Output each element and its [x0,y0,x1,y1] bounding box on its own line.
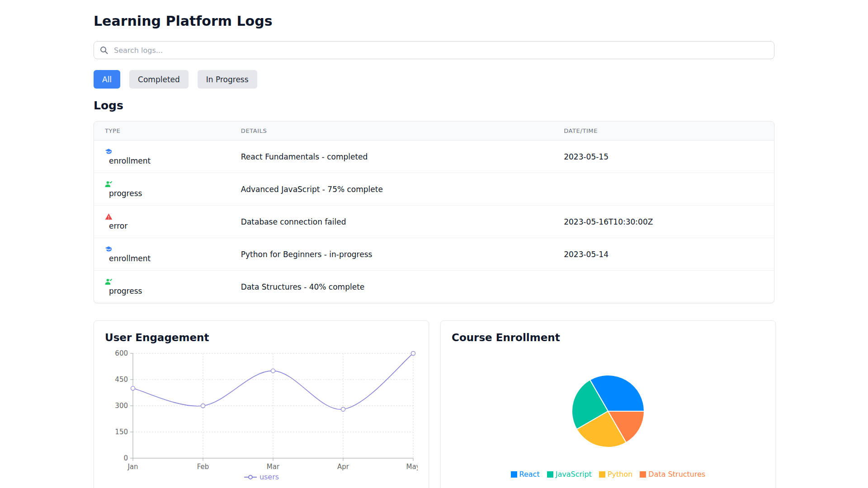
filter-button-all[interactable]: All [94,70,120,89]
log-type-label: progress [105,189,142,198]
log-datetime-cell: 2023-05-14 [553,238,774,271]
table-row: enrollmentReact Fundamentals - completed… [94,141,774,173]
table-row: errorDatabase connection failed2023-05-1… [94,206,774,238]
log-datetime-cell [553,271,774,303]
log-datetime-cell [553,173,774,206]
legend-swatch-icon [640,471,646,478]
table-row: progressAdvanced JavaScript - 75% comple… [94,173,774,206]
logs-heading: Logs [94,99,774,112]
legend-item-data-structures: Data Structures [640,470,705,479]
legend-item-javascript: JavaScript [547,470,592,479]
graduation-cap-icon [105,245,113,253]
svg-text:600: 600 [115,349,128,357]
page-title: Learning Platform Logs [94,13,774,29]
user-engagement-title: User Engagement [105,332,418,343]
user-engagement-line-chart: 0150300450600JanFebMarAprMay [105,348,418,471]
column-header-type: TYPE [94,122,230,141]
line-chart-legend: users [105,473,418,481]
filter-button-in-progress[interactable]: In Progress [198,70,257,89]
column-header-datetime: DATE/TIME [553,122,774,141]
log-type-cell: error [94,206,230,238]
log-details-cell: Advanced JavaScript - 75% complete [230,173,553,206]
column-header-details: DETAILS [230,122,553,141]
line-series-icon [244,474,257,480]
filter-buttons: AllCompletedIn Progress [94,70,774,89]
user-check-icon [105,278,113,286]
graduation-cap-icon [105,148,113,155]
legend-swatch-icon [511,471,517,478]
log-datetime-cell: 2023-05-16T10:30:00Z [553,206,774,238]
svg-text:May: May [406,463,418,471]
legend-item-users: users [244,473,279,481]
log-type-label: enrollment [105,254,151,263]
svg-text:Feb: Feb [197,463,209,471]
log-type-cell: enrollment [94,238,230,271]
log-details-cell: Database connection failed [230,206,553,238]
log-type-cell: enrollment [94,141,230,173]
filter-button-completed[interactable]: Completed [129,70,189,89]
log-type-cell: progress [94,173,230,206]
user-engagement-card: User Engagement 0150300450600JanFebMarAp… [94,320,429,488]
log-type-label: error [105,221,127,230]
svg-text:150: 150 [115,428,128,436]
alert-triangle-icon [105,213,113,221]
legend-swatch-icon [599,471,605,478]
svg-text:Jan: Jan [127,463,138,471]
page-content: Learning Platform Logs AllCompletedIn Pr… [94,0,774,488]
logs-table: TYPE DETAILS DATE/TIME enrollmentReact F… [94,122,774,303]
table-row: enrollmentPython for Beginners - in-prog… [94,238,774,271]
svg-text:300: 300 [115,402,128,410]
svg-text:Mar: Mar [267,463,280,471]
log-datetime-cell: 2023-05-15 [553,141,774,173]
log-type-cell: progress [94,271,230,303]
course-enrollment-pie-chart [452,348,764,468]
svg-text:0: 0 [123,454,128,462]
table-row: progressData Structures - 40% complete [94,271,774,303]
log-details-cell: Python for Beginners - in-progress [230,238,553,271]
legend-item-python: Python [599,470,632,479]
log-type-label: progress [105,286,142,296]
charts-section: User Engagement 0150300450600JanFebMarAp… [94,320,774,488]
pie-chart-legend: ReactJavaScriptPythonData Structures [452,470,764,479]
log-details-cell: Data Structures - 40% complete [230,271,553,303]
legend-item-react: React [511,470,540,479]
search-icon [100,46,108,54]
course-enrollment-title: Course Enrollment [452,332,764,343]
log-type-label: enrollment [105,156,151,165]
user-check-icon [105,180,113,188]
svg-text:Apr: Apr [337,463,349,471]
legend-swatch-icon [547,471,553,478]
course-enrollment-card: Course Enrollment ReactJavaScriptPythonD… [440,320,776,488]
search-input[interactable] [94,41,774,59]
svg-text:450: 450 [115,375,128,384]
log-details-cell: React Fundamentals - completed [230,141,553,173]
search-bar [94,41,774,59]
logs-table-card: TYPE DETAILS DATE/TIME enrollmentReact F… [94,121,774,303]
table-header-row: TYPE DETAILS DATE/TIME [94,122,774,141]
